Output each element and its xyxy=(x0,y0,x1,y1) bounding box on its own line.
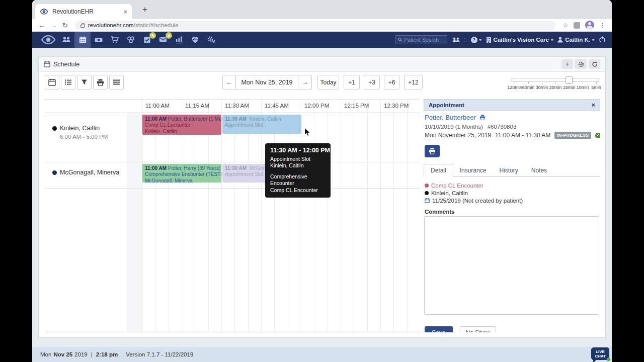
online-status-dot xyxy=(607,357,610,361)
back-icon[interactable]: ← xyxy=(38,21,45,29)
appointment-panel: Appointment × Potter, Butterbeer 10/10/2… xyxy=(424,99,600,332)
refresh-button[interactable] xyxy=(589,59,600,69)
app-version: Version 7.1.7 - 11/22/2019 xyxy=(126,351,193,357)
browser-profile-avatar[interactable] xyxy=(585,21,594,30)
previous-day-button[interactable]: ← xyxy=(222,75,236,89)
mouse-cursor xyxy=(304,127,311,139)
provider-color-dot xyxy=(52,170,57,175)
nav-admin-gears-icon[interactable] xyxy=(203,32,219,48)
extension-icon[interactable] xyxy=(574,22,580,29)
time-column-header: 11:00 AM xyxy=(145,103,170,109)
encounter-type: Comp CL Encounter xyxy=(431,183,484,189)
app-nav-bar: 5 4 ⋮ ? ▾ xyxy=(32,32,612,48)
nav-schedule-icon[interactable] xyxy=(74,32,91,48)
practice-name: Caitlin's Vision Care xyxy=(494,37,549,43)
save-button[interactable]: Save xyxy=(425,326,453,332)
print-appointment-button[interactable] xyxy=(425,145,440,157)
nav-reports-icon[interactable] xyxy=(171,32,187,48)
appointment-block[interactable]: 11:00 AM Potter, Harry (39 Years) Compre… xyxy=(142,164,221,183)
schedule-card-header: Schedule + xyxy=(39,57,605,72)
time-column-header: 11:15 AM xyxy=(185,103,209,109)
tab-history[interactable]: History xyxy=(493,164,524,176)
provider-name: Kinlein, Caitlin xyxy=(60,125,100,132)
appointment-block[interactable]: 11:00 AM Potter, Butterbeer (1 Months) C… xyxy=(142,115,221,135)
schedule-grid[interactable]: 11:00 AM 11:15 AM 11:30 AM 11:45 AM 12:0… xyxy=(45,99,420,332)
schedule-settings-button[interactable] xyxy=(575,59,587,69)
add-appointment-button[interactable]: + xyxy=(561,59,573,69)
provider-color-dot xyxy=(425,191,429,195)
view-calendar-button[interactable] xyxy=(45,75,59,89)
print-button[interactable] xyxy=(93,75,108,89)
new-tab-button[interactable]: + xyxy=(139,4,151,16)
patient-search-input[interactable] xyxy=(404,37,444,43)
panel-tabs: Detail Insurance History Notes xyxy=(424,164,600,177)
patient-group-icon xyxy=(452,36,460,44)
user-icon xyxy=(557,37,563,43)
tab-detail[interactable]: Detail xyxy=(424,164,453,177)
patient-list-button[interactable]: ⋮ xyxy=(452,36,466,44)
appointment-slot-block[interactable]: 11:30 AM Kinlein, Caitlin Appointment Sl… xyxy=(222,115,301,134)
tab-insurance[interactable]: Insurance xyxy=(453,164,493,176)
address-bar[interactable]: revolutionehr.com/static/#/schedule xyxy=(75,21,555,30)
agenda-menu-button[interactable] xyxy=(109,75,124,89)
zoom-slider-handle[interactable] xyxy=(566,76,573,83)
live-chat-button[interactable]: LIVE CHAT xyxy=(591,347,609,360)
provider-hours: 6:00 AM - 5:00 PM xyxy=(60,134,108,140)
bookmark-star-icon[interactable]: ☆ xyxy=(562,22,569,29)
nav-messages-icon[interactable]: 4 xyxy=(155,32,171,48)
revolutionehr-logo-eye-icon[interactable] xyxy=(38,35,58,45)
help-icon: ? xyxy=(471,37,477,43)
jump-plus1-button[interactable]: +1 xyxy=(344,75,360,89)
nav-accounting-icon[interactable] xyxy=(91,32,107,48)
view-list-button[interactable] xyxy=(61,75,75,89)
browser-menu-icon[interactable]: ⋮ xyxy=(599,22,606,29)
comments-textarea[interactable] xyxy=(424,216,599,315)
encounter-color-dot xyxy=(425,184,429,188)
comments-label: Comments xyxy=(425,209,454,215)
tab-notes[interactable]: Notes xyxy=(525,164,553,176)
print-icon[interactable] xyxy=(479,115,486,120)
nav-orders-cart-icon[interactable] xyxy=(107,32,123,48)
provider-row-label: McGonagall, Minerva xyxy=(52,169,119,176)
current-date-button[interactable]: Mon Nov 25, 2019 xyxy=(236,75,298,89)
chevron-down-icon: ▾ xyxy=(551,38,553,42)
status-badge: IN-PROGRESS xyxy=(554,132,591,139)
panel-actions: Save No Show xyxy=(425,326,496,332)
nav-health-icon[interactable] xyxy=(187,32,203,48)
help-menu[interactable]: ? ▾ xyxy=(471,37,481,43)
tab-strip: RevolutionEHR × + xyxy=(32,0,612,19)
forward-icon[interactable]: → xyxy=(50,21,57,29)
filter-button[interactable] xyxy=(77,75,92,89)
tab-close-icon[interactable]: × xyxy=(123,8,127,16)
user-menu[interactable]: Caitlin K. ▾ xyxy=(557,37,594,43)
close-icon[interactable]: × xyxy=(591,101,595,109)
time-column-header: 12:00 PM xyxy=(304,103,329,109)
status-year: 2019 xyxy=(74,351,88,357)
patient-name-link[interactable]: Potter, Butterbeer xyxy=(425,114,476,121)
chevron-down-icon: ▾ xyxy=(479,38,481,42)
today-button[interactable]: Today xyxy=(317,75,339,89)
jump-plus3-button[interactable]: +3 xyxy=(364,75,380,89)
date-navigation: ← Mon Nov 25, 2019 → xyxy=(222,75,312,89)
time-zoom-slider[interactable] xyxy=(511,78,599,82)
appointment-tooltip: 11:30 AM - 12:00 PM Appointment Slot Kin… xyxy=(265,143,331,198)
created-date: 11/25/2019 (Not created by patient) xyxy=(432,198,523,204)
patient-id: #60730803 xyxy=(488,124,517,130)
no-show-button[interactable]: No Show xyxy=(460,326,496,332)
reload-icon[interactable]: ↻ xyxy=(62,22,68,29)
nav-inventory-icon[interactable] xyxy=(123,32,139,48)
nav-patients-icon[interactable] xyxy=(58,32,74,48)
logout-power-icon[interactable] xyxy=(599,36,606,43)
zoom-label: 120min xyxy=(507,85,522,90)
provider-color-dot xyxy=(52,126,57,131)
jump-plus12-button[interactable]: +12 xyxy=(404,75,423,89)
nav-tasks-icon[interactable]: 5 xyxy=(139,32,155,48)
status-time: 2:18 pm xyxy=(96,351,118,357)
time-column-header: 11:30 AM xyxy=(225,103,249,109)
browser-tab[interactable]: RevolutionEHR × xyxy=(35,4,132,19)
practice-menu[interactable]: Caitlin's Vision Care ▾ xyxy=(486,37,553,43)
next-day-button[interactable]: → xyxy=(298,75,312,89)
chevron-down-icon: ▾ xyxy=(592,38,594,42)
jump-plus6-button[interactable]: +6 xyxy=(384,75,399,89)
patient-search[interactable] xyxy=(395,35,447,44)
